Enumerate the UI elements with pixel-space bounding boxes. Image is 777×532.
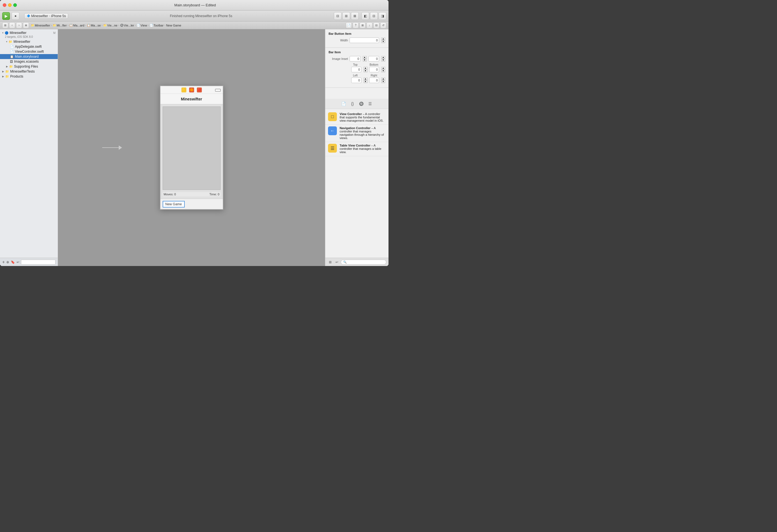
sidebar-bookmark-button[interactable]: 🔖 bbox=[11, 260, 15, 264]
breadcrumb-item-3[interactable]: 📋 Ma...se bbox=[87, 24, 101, 27]
library-tab-objects[interactable]: 🔘 bbox=[358, 101, 365, 107]
sidebar-item-tests[interactable]: ▶ 📁 MineswifterTests bbox=[0, 69, 58, 74]
sidebar-label-appdelegate: AppDelegate.swift bbox=[15, 45, 42, 48]
sidebar-add-button[interactable]: + bbox=[2, 260, 5, 265]
library-search[interactable]: 🔍 bbox=[341, 260, 386, 265]
disclosure-arrow-supporting: ▶ bbox=[6, 65, 8, 68]
right-field[interactable]: 0 bbox=[369, 78, 379, 83]
code-tab-icon: {} bbox=[351, 102, 354, 106]
scene-icon-first-responder: 🟡 bbox=[182, 88, 186, 93]
image-inset-field-right[interactable]: 0 bbox=[368, 56, 379, 61]
scene-icons-bar: 🟡 🟠 🔴 bbox=[160, 86, 223, 94]
breadcrumb-label-7: Toolbar bbox=[153, 24, 163, 27]
breadcrumb-item-6[interactable]: 📄 View bbox=[137, 24, 147, 27]
library-item-table-view-controller[interactable]: ☰ Table View Controller – A controller t… bbox=[325, 142, 388, 156]
library-tab-code[interactable]: {} bbox=[349, 101, 356, 107]
sidebar-item-images[interactable]: 🖼 Images.xcassets bbox=[0, 59, 58, 64]
sidebar-filter-button[interactable]: ⊕ bbox=[6, 260, 9, 264]
storyboard-canvas-area[interactable]: 🟡 🟠 🔴 Mineswifter bbox=[58, 29, 325, 266]
sidebar-search[interactable] bbox=[21, 260, 56, 265]
right-stepper-down[interactable]: ▼ bbox=[381, 80, 385, 83]
table-view-controller-icon: ☰ bbox=[328, 144, 337, 153]
width-field[interactable]: 0 bbox=[350, 37, 379, 43]
forward-button[interactable]: › bbox=[16, 22, 22, 28]
sidebar-item-viewcontroller[interactable]: 📄 ViewController.swift bbox=[0, 49, 58, 54]
right-stepper-up[interactable]: ▲ bbox=[381, 78, 385, 80]
sidebar-item-mineswifter-group[interactable]: ▾ 📁 Mineswifter bbox=[0, 39, 58, 44]
sidebar-item-project-root[interactable]: ▾ 🔵 Mineswifter M bbox=[0, 30, 58, 35]
maximize-button[interactable] bbox=[13, 3, 17, 7]
identity-inspector-btn[interactable]: ⊞ bbox=[359, 22, 365, 28]
editor-version-button[interactable]: ⊠ bbox=[351, 12, 359, 20]
breadcrumb-item-4[interactable]: 📁 Vie...ne bbox=[103, 24, 117, 27]
history-button[interactable]: ⊕ bbox=[23, 22, 29, 28]
left-stepper-down[interactable]: ▼ bbox=[364, 80, 367, 83]
width-stepper-down[interactable]: ▼ bbox=[381, 40, 385, 43]
image-inset-field-left[interactable]: 0 bbox=[350, 56, 361, 61]
breadcrumb-item-2[interactable]: 📋 Ma...ard bbox=[69, 24, 84, 27]
image-inset-down-left[interactable]: ▼ bbox=[363, 59, 367, 61]
inspector-spacer bbox=[325, 88, 388, 99]
file-icon-appdelegate: 📄 bbox=[10, 45, 14, 48]
back-button[interactable]: ‹ bbox=[9, 22, 15, 28]
sidebar-back-button[interactable]: ↩ bbox=[17, 260, 19, 264]
bottom-field[interactable]: 0 bbox=[369, 67, 379, 72]
debug-toggle[interactable]: ⊟ bbox=[370, 12, 378, 20]
grid-view-button[interactable]: ⊞ bbox=[2, 22, 8, 28]
minimize-button[interactable] bbox=[8, 3, 12, 7]
stats-row: Moves: 0 Time: 0 bbox=[162, 192, 221, 196]
file-inspector-btn[interactable]: 📄 bbox=[346, 22, 352, 28]
stop-button[interactable]: ■ bbox=[12, 12, 19, 20]
new-game-button[interactable]: New Game bbox=[162, 201, 185, 208]
library-tab-media[interactable]: ☰ bbox=[367, 101, 373, 107]
attributes-icon: ↓ bbox=[369, 24, 370, 27]
bottom-stepper-up[interactable]: ▲ bbox=[381, 67, 385, 70]
folder-icon-0: 📁 bbox=[31, 24, 34, 27]
disclosure-arrow-root: ▾ bbox=[2, 31, 4, 34]
width-stepper-up[interactable]: ▲ bbox=[381, 37, 385, 40]
library-back-button[interactable]: ↩ bbox=[334, 259, 340, 265]
sidebar-item-appdelegate[interactable]: 📄 AppDelegate.swift bbox=[0, 44, 58, 49]
editor-standard-button[interactable]: ⊟ bbox=[334, 12, 342, 20]
close-button[interactable] bbox=[3, 3, 6, 7]
editor-assistant-button[interactable]: ⊞ bbox=[342, 12, 350, 20]
bar-button-item-section: Bar Button Item Width 0 ▲ ▼ bbox=[325, 29, 388, 48]
sidebar-label-storyboard: Main.storyboard bbox=[15, 54, 39, 58]
play-button[interactable]: ▶ bbox=[2, 12, 10, 20]
right-toolbar-icons: 📄 ? ⊞ ↓ ⊟ ↺ bbox=[346, 22, 386, 28]
top-stepper-up[interactable]: ▲ bbox=[364, 67, 367, 70]
right-stepper: ▲ ▼ bbox=[381, 78, 385, 83]
inspector-toggle[interactable]: ◨ bbox=[378, 12, 386, 20]
bottom-stepper-down[interactable]: ▼ bbox=[381, 70, 385, 72]
folder-icon-products: 📁 bbox=[5, 75, 9, 79]
breadcrumb-item-1[interactable]: 📁 Mi...fter bbox=[53, 24, 67, 27]
breadcrumb-item-7[interactable]: 📄 Toolbar bbox=[150, 24, 163, 27]
breadcrumb-item-8[interactable]: New Game bbox=[166, 24, 181, 27]
top-stepper-down[interactable]: ▼ bbox=[364, 70, 367, 72]
connections-inspector-btn[interactable]: ↺ bbox=[380, 22, 386, 28]
library-item-navigation-controller[interactable]: ← Navigation Controller – A controller t… bbox=[325, 125, 388, 142]
editor-version-icon: ⊠ bbox=[353, 14, 356, 18]
vc-icon-glyph: □ bbox=[331, 114, 334, 119]
left-stepper-up[interactable]: ▲ bbox=[364, 78, 367, 80]
sidebar-item-mainstoryboard[interactable]: 📋 Main.storyboard bbox=[0, 54, 58, 59]
breadcrumb-item-0[interactable]: 📁 Mineswifter bbox=[31, 24, 50, 27]
main-area: ▾ 🔵 Mineswifter M 2 targets, iOS SDK 8.0… bbox=[0, 29, 388, 266]
quick-help-btn[interactable]: ? bbox=[353, 22, 359, 28]
image-inset-down-right[interactable]: ▼ bbox=[381, 59, 385, 61]
library-tab-file[interactable]: 📄 bbox=[340, 101, 347, 107]
game-board bbox=[162, 107, 221, 190]
left-field[interactable]: 0 bbox=[351, 78, 361, 83]
navigator-toggle[interactable]: ◧ bbox=[361, 12, 369, 20]
library-item-view-controller[interactable]: □ View Controller – A controller that su… bbox=[325, 111, 388, 125]
attributes-inspector-btn[interactable]: ↓ bbox=[366, 22, 372, 28]
sidebar-item-supporting[interactable]: ▶ 📁 Supporting Files bbox=[0, 64, 58, 69]
library-grid-button[interactable]: ⊞ bbox=[327, 259, 333, 265]
breadcrumb-item-5[interactable]: 🔘 Vie...ler bbox=[120, 24, 134, 27]
image-inset-up-right[interactable]: ▲ bbox=[381, 56, 385, 59]
scheme-selector[interactable]: 🔷 Mineswifter › iPhone 5s bbox=[24, 13, 68, 19]
top-field[interactable]: 0 bbox=[351, 67, 361, 72]
sidebar-item-products[interactable]: ▶ 📁 Products bbox=[0, 74, 58, 79]
size-inspector-btn[interactable]: ⊟ bbox=[373, 22, 379, 28]
image-inset-up-left[interactable]: ▲ bbox=[363, 56, 367, 59]
